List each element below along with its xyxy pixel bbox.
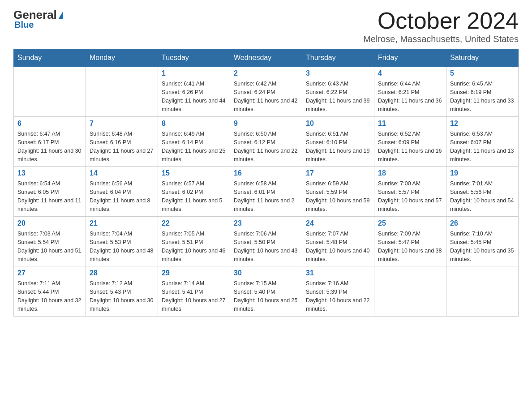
day-number: 20 xyxy=(17,219,82,227)
day-info: Sunrise: 7:05 AMSunset: 5:51 PMDaylight:… xyxy=(162,231,225,262)
header-monday: Monday xyxy=(86,49,158,67)
location-title: Melrose, Massachusetts, United States xyxy=(363,34,519,44)
day-number: 5 xyxy=(450,69,515,77)
title-area: October 2024 Melrose, Massachusetts, Uni… xyxy=(363,9,519,44)
day-info: Sunrise: 7:15 AMSunset: 5:40 PMDaylight:… xyxy=(234,280,297,312)
day-number: 11 xyxy=(378,120,442,128)
day-number: 31 xyxy=(306,269,370,277)
calendar-cell: 30 Sunrise: 7:15 AMSunset: 5:40 PMDaylig… xyxy=(230,266,302,317)
day-number: 6 xyxy=(17,120,82,128)
logo-triangle-icon xyxy=(58,11,63,19)
calendar-cell: 6 Sunrise: 6:47 AMSunset: 6:17 PMDayligh… xyxy=(14,116,86,167)
logo-general: General xyxy=(13,9,57,21)
day-info: Sunrise: 7:06 AMSunset: 5:50 PMDaylight:… xyxy=(234,231,297,262)
day-info: Sunrise: 6:58 AMSunset: 6:01 PMDaylight:… xyxy=(234,180,295,212)
week-row-1: 1 Sunrise: 6:41 AMSunset: 6:26 PMDayligh… xyxy=(14,67,519,117)
day-info: Sunrise: 7:12 AMSunset: 5:43 PMDaylight:… xyxy=(90,280,153,312)
day-info: Sunrise: 6:49 AMSunset: 6:14 PMDaylight:… xyxy=(162,131,225,163)
day-number: 30 xyxy=(234,269,298,277)
calendar-cell: 17 Sunrise: 6:59 AMSunset: 5:59 PMDaylig… xyxy=(302,167,374,217)
logo: General Blue xyxy=(13,9,63,30)
day-info: Sunrise: 6:51 AMSunset: 6:10 PMDaylight:… xyxy=(306,131,369,163)
month-title: October 2024 xyxy=(363,9,519,32)
header-saturday: Saturday xyxy=(446,49,519,67)
day-number: 22 xyxy=(162,219,226,227)
calendar-cell: 23 Sunrise: 7:06 AMSunset: 5:50 PMDaylig… xyxy=(230,216,302,266)
day-number: 9 xyxy=(234,120,298,128)
day-info: Sunrise: 7:09 AMSunset: 5:47 PMDaylight:… xyxy=(378,231,442,262)
calendar-cell: 14 Sunrise: 6:56 AMSunset: 6:04 PMDaylig… xyxy=(86,167,158,217)
day-number: 12 xyxy=(450,120,515,128)
day-number: 16 xyxy=(234,169,298,177)
calendar-cell: 15 Sunrise: 6:57 AMSunset: 6:02 PMDaylig… xyxy=(158,167,230,217)
day-number: 29 xyxy=(162,269,226,277)
day-number: 10 xyxy=(306,120,370,128)
day-info: Sunrise: 6:47 AMSunset: 6:17 PMDaylight:… xyxy=(17,131,81,163)
day-info: Sunrise: 6:45 AMSunset: 6:19 PMDaylight:… xyxy=(450,81,514,112)
day-info: Sunrise: 7:04 AMSunset: 5:53 PMDaylight:… xyxy=(90,231,153,262)
day-info: Sunrise: 7:00 AMSunset: 5:57 PMDaylight:… xyxy=(378,180,442,212)
day-info: Sunrise: 6:56 AMSunset: 6:04 PMDaylight:… xyxy=(90,180,150,212)
day-number: 8 xyxy=(162,120,226,128)
week-row-5: 27 Sunrise: 7:11 AMSunset: 5:44 PMDaylig… xyxy=(14,266,519,317)
day-info: Sunrise: 6:41 AMSunset: 6:26 PMDaylight:… xyxy=(162,81,225,112)
header-friday: Friday xyxy=(374,49,446,67)
day-number: 2 xyxy=(234,69,298,77)
day-number: 7 xyxy=(90,120,154,128)
calendar-cell: 18 Sunrise: 7:00 AMSunset: 5:57 PMDaylig… xyxy=(374,167,446,217)
day-number: 28 xyxy=(90,269,154,277)
calendar-cell xyxy=(86,67,158,117)
day-number: 14 xyxy=(90,169,154,177)
calendar-cell: 12 Sunrise: 6:53 AMSunset: 6:07 PMDaylig… xyxy=(446,116,519,167)
calendar-cell: 3 Sunrise: 6:43 AMSunset: 6:22 PMDayligh… xyxy=(302,67,374,117)
day-info: Sunrise: 7:11 AMSunset: 5:44 PMDaylight:… xyxy=(17,280,81,312)
calendar-cell: 19 Sunrise: 7:01 AMSunset: 5:56 PMDaylig… xyxy=(446,167,519,217)
day-number: 25 xyxy=(378,219,442,227)
calendar-cell: 13 Sunrise: 6:54 AMSunset: 6:05 PMDaylig… xyxy=(14,167,86,217)
day-info: Sunrise: 7:01 AMSunset: 5:56 PMDaylight:… xyxy=(450,180,514,212)
calendar-cell: 20 Sunrise: 7:03 AMSunset: 5:54 PMDaylig… xyxy=(14,216,86,266)
week-row-3: 13 Sunrise: 6:54 AMSunset: 6:05 PMDaylig… xyxy=(14,167,519,217)
day-number: 18 xyxy=(378,169,442,177)
day-info: Sunrise: 7:10 AMSunset: 5:45 PMDaylight:… xyxy=(450,231,514,262)
calendar-cell xyxy=(446,266,519,317)
day-number: 15 xyxy=(162,169,226,177)
header-wednesday: Wednesday xyxy=(230,49,302,67)
header-thursday: Thursday xyxy=(302,49,374,67)
calendar-cell xyxy=(374,266,446,317)
calendar-cell: 28 Sunrise: 7:12 AMSunset: 5:43 PMDaylig… xyxy=(86,266,158,317)
logo-blue: Blue xyxy=(13,20,34,30)
day-number: 27 xyxy=(17,269,82,277)
day-number: 26 xyxy=(450,219,515,227)
day-info: Sunrise: 6:48 AMSunset: 6:16 PMDaylight:… xyxy=(90,131,153,163)
day-number: 21 xyxy=(90,219,154,227)
day-info: Sunrise: 6:52 AMSunset: 6:09 PMDaylight:… xyxy=(378,131,442,163)
day-info: Sunrise: 7:16 AMSunset: 5:39 PMDaylight:… xyxy=(306,280,369,312)
calendar-cell: 2 Sunrise: 6:42 AMSunset: 6:24 PMDayligh… xyxy=(230,67,302,117)
calendar-cell: 27 Sunrise: 7:11 AMSunset: 5:44 PMDaylig… xyxy=(14,266,86,317)
calendar-cell: 5 Sunrise: 6:45 AMSunset: 6:19 PMDayligh… xyxy=(446,67,519,117)
day-info: Sunrise: 6:59 AMSunset: 5:59 PMDaylight:… xyxy=(306,180,369,212)
calendar-header-row: SundayMondayTuesdayWednesdayThursdayFrid… xyxy=(14,49,519,67)
day-number: 4 xyxy=(378,69,442,77)
calendar-cell: 29 Sunrise: 7:14 AMSunset: 5:41 PMDaylig… xyxy=(158,266,230,317)
day-number: 13 xyxy=(17,169,82,177)
day-info: Sunrise: 7:07 AMSunset: 5:48 PMDaylight:… xyxy=(306,231,369,262)
week-row-4: 20 Sunrise: 7:03 AMSunset: 5:54 PMDaylig… xyxy=(14,216,519,266)
calendar-cell: 7 Sunrise: 6:48 AMSunset: 6:16 PMDayligh… xyxy=(86,116,158,167)
calendar-table: SundayMondayTuesdayWednesdayThursdayFrid… xyxy=(13,49,519,317)
calendar-cell: 26 Sunrise: 7:10 AMSunset: 5:45 PMDaylig… xyxy=(446,216,519,266)
day-info: Sunrise: 6:42 AMSunset: 6:24 PMDaylight:… xyxy=(234,81,297,112)
calendar-cell: 1 Sunrise: 6:41 AMSunset: 6:26 PMDayligh… xyxy=(158,67,230,117)
calendar-cell: 4 Sunrise: 6:44 AMSunset: 6:21 PMDayligh… xyxy=(374,67,446,117)
calendar-cell: 9 Sunrise: 6:50 AMSunset: 6:12 PMDayligh… xyxy=(230,116,302,167)
day-info: Sunrise: 6:53 AMSunset: 6:07 PMDaylight:… xyxy=(450,131,514,163)
day-info: Sunrise: 6:44 AMSunset: 6:21 PMDaylight:… xyxy=(378,81,442,112)
calendar-cell: 10 Sunrise: 6:51 AMSunset: 6:10 PMDaylig… xyxy=(302,116,374,167)
week-row-2: 6 Sunrise: 6:47 AMSunset: 6:17 PMDayligh… xyxy=(14,116,519,167)
calendar-cell: 25 Sunrise: 7:09 AMSunset: 5:47 PMDaylig… xyxy=(374,216,446,266)
calendar-cell: 22 Sunrise: 7:05 AMSunset: 5:51 PMDaylig… xyxy=(158,216,230,266)
calendar-cell: 31 Sunrise: 7:16 AMSunset: 5:39 PMDaylig… xyxy=(302,266,374,317)
day-info: Sunrise: 6:54 AMSunset: 6:05 PMDaylight:… xyxy=(17,180,81,212)
day-info: Sunrise: 6:50 AMSunset: 6:12 PMDaylight:… xyxy=(234,131,297,163)
